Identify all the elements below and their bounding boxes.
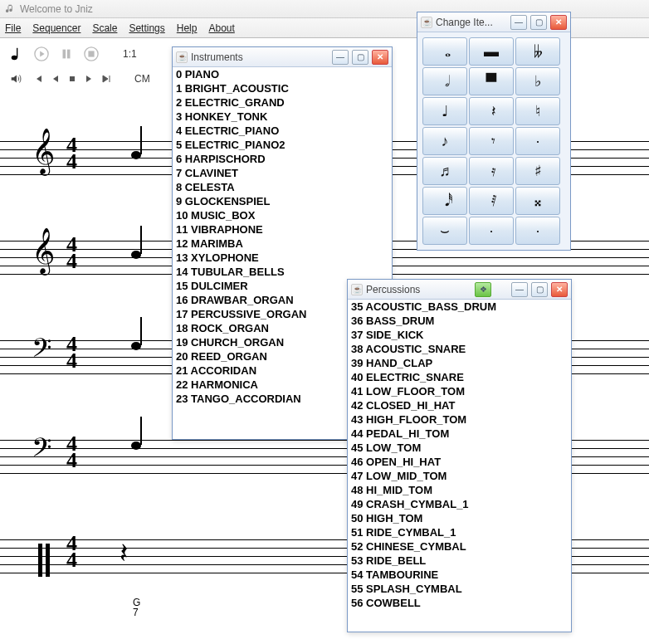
list-item[interactable]: 39 HAND_CLAP — [348, 356, 571, 370]
list-item[interactable]: 50 HIGH_TOM — [348, 511, 571, 525]
list-item[interactable]: 1 BRIGHT_ACOUSTIC — [173, 81, 392, 95]
toolbar: 1:1 CM — [8, 46, 150, 87]
list-item[interactable]: 40 ELECTRIC_SNARE — [348, 370, 571, 384]
sharp-icon[interactable]: ♯ — [515, 157, 560, 185]
skip-end-button[interactable] — [101, 71, 111, 87]
minimize-button[interactable]: — — [332, 50, 349, 65]
list-item[interactable]: 51 RIDE_CYMBAL_1 — [348, 525, 571, 539]
prev-button[interactable] — [51, 71, 60, 87]
thirtysecond-note-icon[interactable]: 𝅘𝅥𝅰 — [422, 187, 467, 215]
half-note-icon[interactable]: 𝅗𝅥 — [422, 67, 467, 95]
app-icon — [5, 3, 17, 15]
stop-button[interactable] — [83, 46, 100, 62]
half-rest-icon[interactable]: ▀ — [469, 67, 514, 95]
list-item[interactable]: 14 TUBULAR_BELLS — [173, 265, 392, 279]
sixteenth-note-icon[interactable]: ♬ — [422, 157, 467, 185]
list-item[interactable]: 46 OPEN_HI_HAT — [348, 455, 571, 469]
list-item[interactable]: 7 CLAVINET — [173, 166, 392, 180]
list-item[interactable]: 6 HARPISCHORD — [173, 152, 392, 166]
quarter-note-icon[interactable]: ♩ — [422, 97, 467, 125]
list-item[interactable]: 11 VIBRAPHONE — [173, 222, 392, 237]
list-item[interactable]: 3 HONKEY_TONK — [173, 110, 392, 124]
minimize-button[interactable]: — — [510, 15, 527, 30]
tie-icon[interactable]: ⌣ — [422, 217, 467, 245]
green-button[interactable]: ❖ — [475, 282, 491, 297]
list-item[interactable]: 52 CHINESE_CYMBAL — [348, 539, 571, 554]
menu-file[interactable]: File — [5, 22, 21, 34]
minimize-button[interactable]: — — [511, 282, 528, 297]
list-item[interactable]: 38 ACOUSTIC_SNARE — [348, 342, 571, 356]
maximize-button[interactable]: ▢ — [530, 15, 547, 30]
bass-clef-icon: 𝄢 — [32, 433, 51, 470]
percussion-clef-icon — [38, 544, 50, 577]
eighth-rest-icon[interactable]: 𝄾 — [469, 127, 514, 155]
note-tool-icon[interactable] — [8, 46, 25, 62]
menu-sequencer[interactable]: Sequencer — [32, 22, 81, 34]
list-item[interactable]: 4 ELECTRIC_PIANO — [173, 124, 392, 138]
list-item[interactable]: 45 LOW_TOM — [348, 441, 571, 455]
list-item[interactable]: 56 COWBELL — [348, 596, 571, 610]
percussions-list[interactable]: 35 ACOUSTIC_BASS_DRUM36 BASS_DRUM37 SIDE… — [348, 300, 571, 632]
zoom-ratio: 1:1 — [123, 48, 137, 60]
menu-settings[interactable]: Settings — [129, 22, 164, 34]
time-signature: 44 — [66, 535, 77, 568]
list-item[interactable]: 47 LOW_MID_TOM — [348, 469, 571, 483]
list-item[interactable]: 41 LOW_FLOOR_TOM — [348, 384, 571, 398]
blank-icon[interactable]: · — [469, 217, 514, 245]
window-title: Instruments — [191, 51, 329, 63]
close-button[interactable]: ✕ — [550, 15, 567, 30]
list-item[interactable]: 12 MARIMBA — [173, 237, 392, 251]
next-button[interactable] — [85, 71, 93, 87]
natural-icon[interactable]: ♮ — [515, 97, 560, 125]
list-item[interactable]: 42 CLOSED_HI_HAT — [348, 398, 571, 412]
list-item[interactable]: 8 CELESTA — [173, 180, 392, 194]
list-item[interactable]: 35 ACOUSTIC_BASS_DRUM — [348, 300, 571, 314]
list-item[interactable]: 2 ELECTRIC_GRAND — [173, 95, 392, 110]
list-item[interactable]: 43 HIGH_FLOOR_TOM — [348, 412, 571, 427]
menu-scale[interactable]: Scale — [92, 22, 117, 34]
list-item[interactable]: 5 ELECTRIC_PIANO2 — [173, 138, 392, 152]
maximize-button[interactable]: ▢ — [352, 50, 368, 65]
list-item[interactable]: 9 GLOCKENSPIEL — [173, 194, 392, 208]
list-item[interactable]: 55 SPLASH_CYMBAL — [348, 582, 571, 596]
eighth-note-icon[interactable]: ♪ — [422, 127, 467, 155]
menu-help[interactable]: Help — [177, 22, 198, 34]
list-item[interactable]: 37 SIDE_KICK — [348, 328, 571, 342]
sixteenth-rest-icon[interactable]: 𝄿 — [469, 157, 514, 185]
whole-rest-icon[interactable]: ▬ — [469, 37, 514, 66]
play-button[interactable] — [33, 46, 50, 62]
list-item[interactable]: 10 MUSIC_BOX — [173, 208, 392, 222]
flat-icon[interactable]: ♭ — [515, 67, 560, 95]
svg-rect-6 — [88, 51, 94, 56]
list-item[interactable]: 49 CRASH_CYMBAL_1 — [348, 497, 571, 511]
list-item[interactable]: 44 PEDAL_HI_TOM — [348, 427, 571, 441]
dot-icon[interactable]: · — [515, 127, 560, 155]
treble-clef-icon: 𝄞 — [32, 227, 55, 275]
time-signature: 44 — [66, 436, 77, 469]
maximize-button[interactable]: ▢ — [531, 282, 548, 297]
list-item[interactable]: 48 HI_MID_TOM — [348, 483, 571, 497]
whole-note-icon[interactable]: 𝅝 — [422, 37, 467, 66]
double-sharp-icon[interactable]: 𝄪 — [515, 187, 560, 215]
stop-small-button[interactable] — [68, 71, 76, 87]
close-button[interactable]: ✕ — [372, 50, 388, 65]
quarter-rest-icon[interactable]: 𝄽 — [469, 97, 514, 125]
blank2-icon[interactable]: · — [515, 217, 560, 245]
list-item[interactable]: 54 TAMBOURINE — [348, 568, 571, 582]
close-button[interactable]: ✕ — [551, 282, 568, 297]
list-item[interactable]: 53 RIDE_BELL — [348, 554, 571, 568]
percussions-window[interactable]: ☕ Percussions ❖ — ▢ ✕ 35 ACOUSTIC_BASS_D… — [347, 279, 572, 632]
list-item[interactable]: 13 XYLOPHONE — [173, 251, 392, 265]
bass-clef-icon: 𝄢 — [32, 334, 51, 370]
pause-button[interactable] — [58, 46, 75, 62]
change-item-window[interactable]: ☕ Change Ite... — ▢ ✕ 𝅝▬𝄫𝅗𝅥▀♭♩𝄽♮♪𝄾·♬𝄿♯𝅘𝅥… — [417, 12, 571, 251]
thirtysecond-rest-icon[interactable]: 𝅀 — [469, 187, 514, 215]
treble-clef-icon: 𝄞 — [32, 128, 55, 175]
double-flat-icon[interactable]: 𝄫 — [515, 37, 560, 66]
list-item[interactable]: 0 PIANO — [173, 67, 392, 81]
volume-icon[interactable] — [8, 71, 25, 87]
list-item[interactable]: 36 BASS_DRUM — [348, 314, 571, 328]
skip-start-button[interactable] — [33, 71, 43, 87]
menu-about[interactable]: About — [208, 22, 234, 34]
app-title: Welcome to Jniz — [20, 3, 93, 15]
